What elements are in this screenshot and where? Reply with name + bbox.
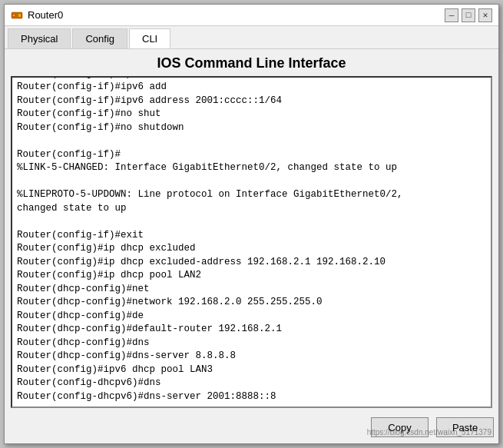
close-button[interactable]: ✕ <box>478 8 492 22</box>
tab-cli[interactable]: CLI <box>129 28 170 48</box>
svg-point-1 <box>13 15 15 16</box>
title-controls: — □ ✕ <box>445 8 492 22</box>
minimize-button[interactable]: — <box>445 8 458 22</box>
button-bar: Copy Paste <box>5 411 498 443</box>
maximize-button[interactable]: □ <box>462 8 475 22</box>
terminal-output[interactable]: Router(config-if)#ip address 192.168.3.1… <box>11 76 492 408</box>
title-bar-left: Router0 <box>11 9 63 22</box>
paste-button[interactable]: Paste <box>436 417 494 437</box>
tab-physical[interactable]: Physical <box>8 28 71 48</box>
router-icon <box>11 9 23 22</box>
title-bar: Router0 — □ ✕ <box>5 5 498 26</box>
tab-config[interactable]: Config <box>72 28 127 48</box>
page-title: IOS Command Line Interface <box>5 49 498 76</box>
svg-point-2 <box>15 15 17 16</box>
svg-rect-3 <box>18 14 21 17</box>
cli-container: Router(config-if)#ip address 192.168.3.1… <box>5 76 498 411</box>
tab-bar: Physical Config CLI <box>5 26 498 49</box>
window-title: Router0 <box>28 9 63 21</box>
main-window: Router0 — □ ✕ Physical Config CLI IOS Co… <box>4 4 499 444</box>
copy-button[interactable]: Copy <box>371 417 429 437</box>
